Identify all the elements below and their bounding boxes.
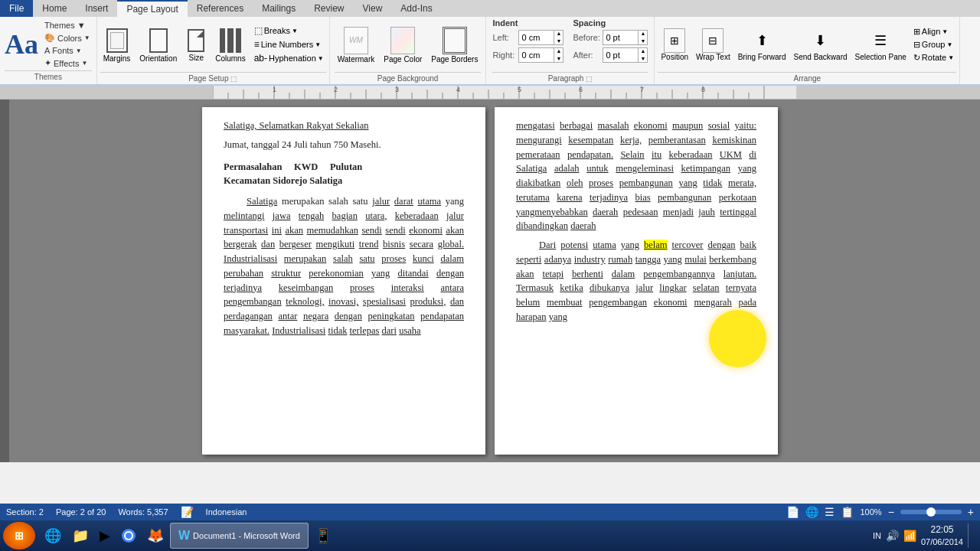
- tab-addins[interactable]: Add-Ins: [391, 0, 441, 17]
- zoom-in-button[interactable]: +: [968, 506, 974, 518]
- themes-label: Themes ▼: [44, 21, 86, 30]
- taskbar-media[interactable]: ▶: [95, 523, 115, 549]
- hyphenation-icon: ab-: [254, 53, 267, 64]
- view-web-icon[interactable]: 🌐: [805, 506, 818, 518]
- spacing-after-label: After:: [573, 51, 599, 60]
- paragraph-group-label: Paragraph ⬚: [492, 72, 648, 83]
- page-borders-button[interactable]: Page Borders: [428, 24, 481, 65]
- taskbar-clock[interactable]: 22:05 07/06/2014: [921, 524, 963, 547]
- indent-left-down[interactable]: ▼: [554, 37, 563, 45]
- wrap-text-button[interactable]: ⊟ Wrap Text: [693, 27, 733, 63]
- hyphenation-button[interactable]: ab- Hyphenation▼: [252, 52, 326, 64]
- spacing-before-input[interactable]: [603, 32, 638, 43]
- paragraph-group: Indent Left: ▲ ▼ Right:: [486, 17, 655, 84]
- spacing-after-down[interactable]: ▼: [639, 55, 647, 63]
- page-color-label: Page Color: [384, 55, 422, 64]
- taskbar-chrome[interactable]: [116, 523, 141, 549]
- view-outline-icon[interactable]: ☰: [825, 506, 835, 518]
- left-page[interactable]: Salatiga, Selamatkan Rakyat Sekalian Jum…: [202, 107, 485, 455]
- colors-button[interactable]: 🎨 Colors▼: [43, 32, 92, 44]
- zoom-out-button[interactable]: −: [888, 506, 894, 518]
- themes-group-label: Themes: [5, 70, 92, 81]
- taskbar-app[interactable]: 📱: [310, 523, 336, 549]
- group-button[interactable]: ⊟ Group▼: [911, 39, 956, 51]
- arrange-group-label: Arrange: [658, 72, 956, 83]
- svg-text:4: 4: [456, 86, 460, 93]
- status-language: Indonesian: [206, 507, 247, 517]
- indent-right-input[interactable]: [519, 50, 554, 60]
- spacing-before-up[interactable]: ▲: [639, 30, 647, 37]
- hyphenation-label: Hyphenation: [269, 54, 316, 63]
- right-page-content: mengatasi berbagai masalah ekonomi maupu…: [516, 119, 756, 324]
- send-backward-label: Send Backward: [794, 53, 848, 61]
- tab-references[interactable]: References: [188, 0, 253, 17]
- orientation-button[interactable]: Orientation: [136, 25, 180, 64]
- tab-home[interactable]: Home: [33, 0, 76, 17]
- watermark-icon: WM: [344, 27, 368, 54]
- spacing-before-label: Before:: [573, 33, 599, 42]
- tab-page-layout[interactable]: Page Layout: [117, 0, 187, 17]
- fonts-button[interactable]: A Fonts▼: [43, 45, 92, 56]
- spell-check-icon[interactable]: 📝: [181, 506, 194, 518]
- indent-right-up[interactable]: ▲: [554, 47, 563, 55]
- salatiga-header: Salatiga, Selamatkan Rakyat Sekalian: [224, 120, 369, 131]
- columns-button[interactable]: Columns: [212, 25, 248, 64]
- start-button[interactable]: ⊞: [3, 522, 35, 549]
- bring-forward-icon: ⬆: [751, 28, 773, 53]
- left-page-content: Salatiga, Selamatkan Rakyat Sekalian Jum…: [224, 119, 464, 338]
- indent-left-up[interactable]: ▲: [554, 30, 563, 37]
- page-color-button[interactable]: Page Color: [381, 24, 425, 65]
- effects-button[interactable]: ✦ Effects▼: [43, 57, 92, 69]
- effects-label: Effects: [54, 59, 79, 68]
- watermark-button[interactable]: WM Watermark: [335, 24, 378, 65]
- spacing-label: Spacing: [573, 18, 648, 28]
- selection-pane-button[interactable]: ☰ Selection Pane: [852, 27, 910, 63]
- taskbar-explorer[interactable]: 📁: [67, 523, 93, 549]
- breaks-icon: ⬚: [254, 25, 263, 36]
- rotate-button[interactable]: ↻ Rotate▼: [911, 52, 956, 64]
- margins-icon: [106, 28, 128, 53]
- taskbar-word[interactable]: W Document1 - Microsoft Word: [170, 523, 309, 549]
- page-background-group-label: Page Background: [335, 72, 482, 83]
- taskbar-volume: 📶: [903, 530, 916, 542]
- spacing-after-input[interactable]: [603, 50, 638, 60]
- margins-button[interactable]: Margins: [100, 25, 134, 64]
- align-button[interactable]: ⊞ Align▼: [911, 26, 956, 37]
- columns-label: Columns: [215, 54, 245, 63]
- indent-right-label: Right:: [492, 51, 515, 60]
- indent-left-input[interactable]: [519, 32, 554, 43]
- zoom-slider[interactable]: [900, 510, 962, 514]
- line-numbers-button[interactable]: ≡ Line Numbers▼: [252, 38, 326, 51]
- tab-insert[interactable]: Insert: [76, 0, 117, 17]
- ruler-svg: 1 2 3 4 5 6 7 8: [213, 86, 796, 99]
- themes-aa-icon: Aa: [5, 31, 38, 58]
- taskbar-ie[interactable]: 🌐: [40, 523, 66, 549]
- page-setup-group-label: Page Setup ⬚: [100, 72, 326, 83]
- taskbar-firefox[interactable]: 🦊: [142, 523, 168, 549]
- show-desktop-button[interactable]: [968, 523, 972, 548]
- right-page[interactable]: mengatasi berbagai masalah ekonomi maupu…: [495, 107, 778, 455]
- position-label: Position: [661, 53, 688, 61]
- view-draft-icon[interactable]: 📋: [841, 506, 854, 518]
- tab-file[interactable]: File: [0, 0, 33, 17]
- spacing-before-down[interactable]: ▼: [639, 37, 647, 45]
- spacing-after-up[interactable]: ▲: [639, 47, 647, 55]
- tab-mailings[interactable]: Mailings: [253, 0, 305, 17]
- position-button[interactable]: ⊞ Position: [658, 27, 691, 63]
- page-borders-icon: [443, 27, 467, 54]
- breaks-button[interactable]: ⬚ Breaks▼: [252, 24, 326, 37]
- size-button[interactable]: Size: [183, 26, 209, 64]
- right-top-text: mengatasi berbagai masalah ekonomi maupu…: [516, 119, 756, 233]
- tab-review[interactable]: Review: [305, 0, 353, 17]
- colors-label: Colors: [57, 34, 82, 43]
- indent-right-down[interactable]: ▼: [554, 55, 563, 63]
- view-normal-icon[interactable]: 📄: [786, 506, 799, 518]
- svg-text:5: 5: [518, 86, 521, 93]
- send-backward-button[interactable]: ⬇ Send Backward: [791, 27, 851, 63]
- ruler: 1 2 3 4 5 6 7 8: [0, 86, 980, 99]
- wrap-text-label: Wrap Text: [696, 53, 730, 61]
- group-label: Group: [922, 40, 946, 49]
- themes-button[interactable]: Themes ▼: [43, 20, 92, 31]
- bring-forward-button[interactable]: ⬆ Bring Forward: [735, 27, 789, 63]
- tab-view[interactable]: View: [354, 0, 392, 17]
